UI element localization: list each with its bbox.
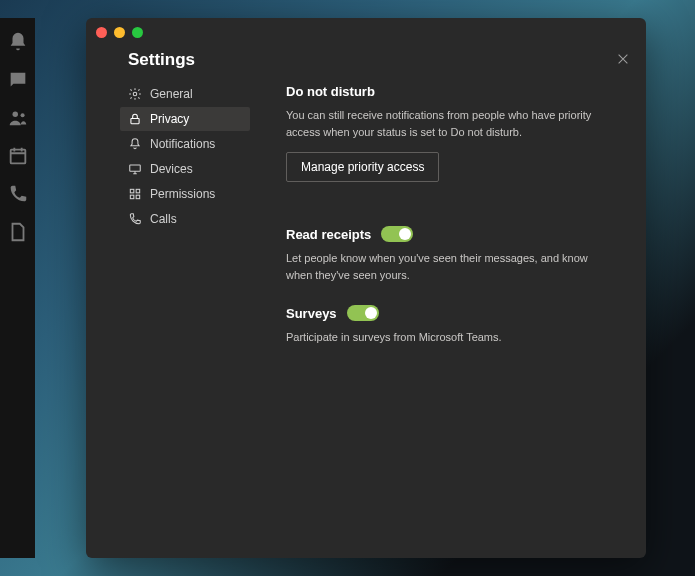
nav-label: Permissions (150, 187, 215, 201)
window-minimize-dot[interactable] (114, 27, 125, 38)
surveys-heading: Surveys (286, 306, 337, 321)
bell-icon (128, 137, 142, 151)
rail-calls-icon[interactable] (7, 180, 29, 208)
nav-item-permissions[interactable]: Permissions (120, 182, 250, 206)
svg-rect-2 (10, 150, 25, 164)
svg-rect-4 (131, 118, 139, 123)
phone-icon (128, 212, 142, 226)
manage-priority-access-button[interactable]: Manage priority access (286, 152, 439, 182)
nav-label: Notifications (150, 137, 215, 151)
nav-item-general[interactable]: General (120, 82, 250, 106)
rail-teams-icon[interactable] (7, 104, 29, 132)
app-rail (0, 18, 35, 558)
svg-point-1 (20, 113, 24, 117)
window-close-dot[interactable] (96, 27, 107, 38)
nav-item-privacy[interactable]: Privacy (120, 107, 250, 131)
nav-label: Devices (150, 162, 193, 176)
read-receipts-description: Let people know when you've seen their m… (286, 250, 596, 283)
nav-label: Calls (150, 212, 177, 226)
svg-rect-6 (130, 189, 134, 193)
settings-nav: General Privacy Notifications Devices Pe… (120, 82, 250, 232)
rail-activity-icon[interactable] (7, 28, 29, 56)
nav-item-notifications[interactable]: Notifications (120, 132, 250, 156)
read-receipts-toggle[interactable] (381, 226, 413, 242)
surveys-description: Participate in surveys from Microsoft Te… (286, 329, 596, 346)
nav-label: Privacy (150, 112, 189, 126)
toggle-knob (365, 307, 377, 319)
toggle-knob (399, 228, 411, 240)
window-maximize-dot[interactable] (132, 27, 143, 38)
surveys-section: Surveys Participate in surveys from Micr… (286, 305, 596, 346)
rail-files-icon[interactable] (7, 218, 29, 246)
settings-content: Do not disturb You can still receive not… (286, 84, 596, 368)
nav-item-devices[interactable]: Devices (120, 157, 250, 181)
close-button[interactable] (614, 50, 632, 68)
svg-point-3 (133, 92, 137, 96)
monitor-icon (128, 162, 142, 176)
dnd-section: Do not disturb You can still receive not… (286, 84, 596, 204)
apps-icon (128, 187, 142, 201)
rail-chat-icon[interactable] (7, 66, 29, 94)
nav-item-calls[interactable]: Calls (120, 207, 250, 231)
svg-rect-9 (136, 195, 140, 199)
read-receipts-section: Read receipts Let people know when you'v… (286, 226, 596, 283)
settings-title: Settings (128, 50, 195, 70)
svg-rect-8 (130, 195, 134, 199)
rail-calendar-icon[interactable] (7, 142, 29, 170)
lock-icon (128, 112, 142, 126)
read-receipts-heading: Read receipts (286, 227, 371, 242)
svg-rect-7 (136, 189, 140, 193)
svg-point-0 (12, 112, 18, 118)
nav-label: General (150, 87, 193, 101)
surveys-toggle[interactable] (347, 305, 379, 321)
dnd-description: You can still receive notifications from… (286, 107, 596, 140)
settings-window: Settings General Privacy Notifications (86, 18, 646, 558)
window-controls (96, 27, 143, 38)
svg-rect-5 (130, 165, 141, 171)
gear-icon (128, 87, 142, 101)
dnd-heading: Do not disturb (286, 84, 596, 99)
